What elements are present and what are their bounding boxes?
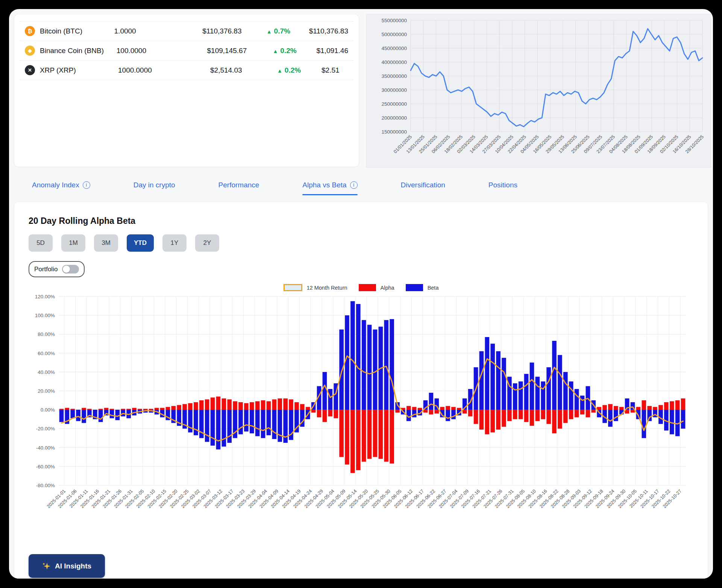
btc-icon: ₿ [25,26,35,36]
svg-text:-40.00%: -40.00% [36,445,55,451]
table-row[interactable]: ✕ XRP (XRP) 1000.0000 $2,514.03 ▲0.2% $2… [20,61,353,80]
top-row: ₿ Bitcoin (BTC) 1.0000 $110,376.83 ▲0.7%… [9,9,713,168]
tab-label: Anomaly Index [32,181,79,189]
value-cell: $1,091.46 [316,47,348,55]
tab-diversification[interactable]: Diversification [401,181,445,195]
quantity-cell: 1.0000 [114,27,203,35]
legend-label: Beta [428,285,439,291]
quantity-cell: 100.0000 [117,47,207,55]
svg-text:550000000: 550000000 [381,18,407,23]
portfolio-value-card: 01/01/202513/01/202525/01/202506/02/2025… [366,14,711,168]
change-cell: ▲0.2% [273,47,317,55]
ai-insights-label: AI Insights [55,562,91,570]
tab-label: Diversification [401,181,445,189]
change-cell: ▲0.7% [267,27,309,35]
tab-label: Positions [488,181,517,189]
svg-text:60.00%: 60.00% [38,351,55,356]
range-button-2y[interactable]: 2Y [195,234,219,252]
return-swatch-icon [284,284,302,291]
up-triangle-icon: ▲ [267,29,272,35]
toggle-switch-icon[interactable] [62,265,79,273]
change-cell: ▲0.2% [277,66,322,74]
legend-item-beta: Beta [406,284,439,291]
holdings-card: ₿ Bitcoin (BTC) 1.0000 $110,376.83 ▲0.7%… [14,14,359,167]
svg-text:400000000: 400000000 [381,59,407,65]
svg-text:-20.00%: -20.00% [36,426,55,432]
svg-text:350000000: 350000000 [381,73,407,79]
coin-cell: ✕ XRP (XRP) [25,65,118,75]
svg-text:-80.00%: -80.00% [36,483,55,488]
coin-cell: ₿ Bitcoin (BTC) [25,26,114,36]
beta-swatch-icon [406,284,423,291]
svg-text:150000000: 150000000 [381,129,407,135]
tab-anomaly-index[interactable]: Anomaly Indexi [32,181,90,195]
svg-text:500000000: 500000000 [381,32,407,37]
xrp-icon: ✕ [25,65,35,75]
info-icon[interactable]: i [350,181,358,189]
tab-bar: Anomaly Indexi Day in crypto Performance… [9,168,713,195]
portfolio-toggle[interactable]: Portfolio [29,261,85,277]
range-button-ytd[interactable]: YTD [127,234,154,252]
alpha-swatch-icon [359,284,376,291]
svg-text:40.00%: 40.00% [38,369,55,375]
coin-name: XRP (XRP) [40,66,76,74]
alpha-beta-panel: 20 Day Rolling Alpha Beta 5D 1M 3M YTD 1… [14,202,708,579]
app-window: ₿ Bitcoin (BTC) 1.0000 $110,376.83 ▲0.7%… [9,9,713,579]
info-icon[interactable]: i [83,181,90,189]
svg-text:450000000: 450000000 [381,46,407,51]
tab-positions[interactable]: Positions [488,181,517,195]
table-row[interactable]: ◆ Binance Coin (BNB) 100.0000 $109,145.6… [20,41,353,61]
coin-name: Binance Coin (BNB) [40,47,104,55]
coin-name: Bitcoin (BTC) [40,27,82,35]
page-title: 20 Day Rolling Alpha Beta [29,216,693,226]
svg-text:250000000: 250000000 [381,101,407,107]
range-buttons: 5D 1M 3M YTD 1Y 2Y [29,234,693,252]
tab-performance[interactable]: Performance [218,181,259,195]
range-button-1y[interactable]: 1Y [162,234,187,252]
price-cell: $109,145.67 [207,47,273,55]
value-cell: $110,376.83 [309,27,348,35]
portfolio-value-chart: 01/01/202513/01/202525/01/202506/02/2025… [366,14,711,166]
svg-text:300000000: 300000000 [381,87,407,93]
price-cell: $110,376.83 [202,27,267,35]
range-button-3m[interactable]: 3M [94,234,118,252]
tab-day-in-crypto[interactable]: Day in crypto [133,181,175,195]
svg-text:100.00%: 100.00% [35,313,55,318]
portfolio-toggle-label: Portfolio [34,266,58,273]
ai-insights-button[interactable]: AI Insights [29,554,105,578]
quantity-cell: 1000.0000 [118,66,210,74]
svg-text:80.00%: 80.00% [38,331,55,337]
price-cell: $2,514.03 [210,66,277,74]
sparkle-icon [42,562,50,570]
table-row[interactable]: ₿ Bitcoin (BTC) 1.0000 $110,376.83 ▲0.7%… [20,21,353,41]
svg-text:200000000: 200000000 [381,115,407,121]
chart-legend: 12 Month Return Alpha Beta [29,284,693,291]
tab-label: Day in crypto [133,181,175,189]
range-button-1m[interactable]: 1M [61,234,85,252]
change-value: 0.2% [280,47,296,55]
svg-text:20.00%: 20.00% [38,388,55,394]
change-value: 0.2% [285,66,301,74]
change-value: 0.7% [274,27,290,35]
up-triangle-icon: ▲ [273,48,278,54]
range-button-5d[interactable]: 5D [29,234,53,252]
alpha-beta-chart-wrap: 2025-01-012025-01-062025-01-112025-01-16… [29,293,693,541]
up-triangle-icon: ▲ [277,68,282,74]
legend-item-alpha: Alpha [359,284,394,291]
legend-label: 12 Month Return [307,285,347,291]
coin-cell: ◆ Binance Coin (BNB) [25,46,117,56]
tab-label: Alpha vs Beta [302,181,346,189]
tab-label: Performance [218,181,259,189]
tab-alpha-vs-beta[interactable]: Alpha vs Betai [302,181,357,195]
legend-item-return: 12 Month Return [284,284,347,291]
alpha-beta-chart: 2025-01-012025-01-062025-01-112025-01-16… [29,293,691,540]
value-cell: $2.51 [322,66,348,74]
svg-text:0.00%: 0.00% [41,407,55,413]
bnb-icon: ◆ [25,46,35,56]
legend-label: Alpha [381,285,394,291]
svg-text:-60.00%: -60.00% [36,464,55,469]
svg-text:120.00%: 120.00% [35,294,55,299]
